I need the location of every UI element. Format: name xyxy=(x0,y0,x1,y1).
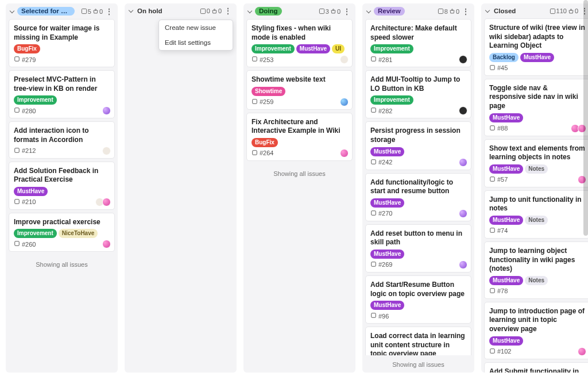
page-scrollbar[interactable] xyxy=(583,0,588,236)
weight-count: 0 xyxy=(449,8,459,15)
menu-edit-list-settings[interactable]: Edit list settings xyxy=(159,35,233,50)
menu-create-issue[interactable]: Create new issue xyxy=(159,20,233,35)
card-labels: MustHave xyxy=(370,250,466,259)
card-title: Styling fixes - when wiki mode is enable… xyxy=(252,24,347,42)
label-ui[interactable]: UI xyxy=(332,44,345,53)
label-musthave[interactable]: MustHave xyxy=(296,44,330,53)
label-bugfix[interactable]: BugFix xyxy=(14,44,40,53)
issue-card[interactable]: Styling fixes - when wiki mode is enable… xyxy=(246,19,353,67)
label-musthave[interactable]: MustHave xyxy=(489,164,523,174)
label-musthave[interactable]: MustHave xyxy=(370,250,404,259)
label-musthave[interactable]: MustHave xyxy=(489,336,523,346)
label-musthave[interactable]: MustHave xyxy=(489,276,523,285)
issue-card[interactable]: Add interaction icon to formats in Accor… xyxy=(9,121,115,158)
label-musthave[interactable]: MustHave xyxy=(370,147,404,156)
issue-card[interactable]: Architecture: Make default speed slowerI… xyxy=(365,19,471,67)
column-menu-button[interactable]: ⋮ xyxy=(224,7,232,15)
card-labels: Improvement xyxy=(370,95,466,105)
column-menu-button[interactable]: ⋮ xyxy=(343,7,351,16)
card-list: Styling fixes - when wiki mode is enable… xyxy=(243,19,355,164)
column-title[interactable]: On hold xyxy=(136,7,163,15)
column-menu-button[interactable]: ⋮ xyxy=(462,7,470,16)
svg-rect-20 xyxy=(372,262,376,267)
avatar[interactable] xyxy=(578,347,586,356)
label-musthave[interactable]: MustHave xyxy=(370,301,404,310)
label-musthave[interactable]: MustHave xyxy=(489,113,523,122)
issue-count: 0 xyxy=(200,7,210,14)
label-notes[interactable]: Notes xyxy=(525,164,548,174)
label-musthave[interactable]: MustHave xyxy=(14,187,48,196)
label-musthave[interactable]: MustHave xyxy=(370,198,404,208)
label-improvement[interactable]: Improvement xyxy=(370,95,413,105)
issue-card[interactable]: Fix Architecture and Interactive Example… xyxy=(246,113,353,161)
label-improvement[interactable]: Improvement xyxy=(14,95,57,105)
issue-card[interactable]: Load correct data in learning unit conte… xyxy=(365,327,471,355)
avatar[interactable] xyxy=(340,98,349,106)
avatar[interactable] xyxy=(459,55,467,64)
column-menu-button[interactable]: ⋮ xyxy=(105,7,113,16)
label-improvement[interactable]: Improvement xyxy=(370,44,413,53)
label-bugfix[interactable]: BugFix xyxy=(252,138,278,147)
chevron-down-icon[interactable] xyxy=(247,9,253,14)
issue-card[interactable]: Structure of wiki (tree view in wiki sid… xyxy=(484,18,588,76)
avatar[interactable] xyxy=(459,260,467,269)
weight-count: 0 xyxy=(568,7,578,14)
issue-card[interactable]: Improve practical exerciseImprovementNic… xyxy=(9,213,115,252)
chevron-down-icon[interactable] xyxy=(128,8,134,14)
issue-card[interactable]: Preselect MVC-Pattern in tree-view in KB… xyxy=(9,70,115,118)
issue-card[interactable]: Add MUI-Tooltip to Jump to LO Button in … xyxy=(365,70,471,118)
avatar[interactable] xyxy=(459,106,467,115)
label-nicetohave[interactable]: NiceToHave xyxy=(59,229,98,238)
avatar[interactable] xyxy=(340,149,349,158)
issue-card[interactable]: Show text and elements from learning obj… xyxy=(484,139,588,187)
svg-rect-3 xyxy=(15,108,20,113)
issue-id: #242 xyxy=(378,159,392,166)
issue-card[interactable]: Add reset button to menu in skill pathMu… xyxy=(365,224,471,273)
label-backlog[interactable]: Backlog xyxy=(489,53,519,62)
issue-card[interactable]: Add functionality/logic to start and res… xyxy=(365,173,471,221)
avatar[interactable] xyxy=(459,209,467,218)
issue-card[interactable]: Source for waiter image is missing in Ex… xyxy=(9,19,115,67)
column-counts: 30 xyxy=(319,8,341,15)
avatar[interactable] xyxy=(102,106,111,115)
assignee-avatars xyxy=(342,149,349,158)
avatar[interactable] xyxy=(102,198,111,206)
column-title[interactable]: Review xyxy=(374,7,405,16)
card-title: Toggle side nav & responsive side nav in… xyxy=(489,84,585,111)
chevron-down-icon[interactable] xyxy=(485,8,490,14)
issue-card[interactable]: Jump to learning object functionality in… xyxy=(484,241,588,299)
label-improvement[interactable]: Improvement xyxy=(14,229,57,238)
label-improvement[interactable]: Improvement xyxy=(252,44,295,53)
column-title[interactable]: Doing xyxy=(255,7,282,16)
avatar[interactable] xyxy=(459,158,467,167)
issue-id: #102 xyxy=(497,348,511,355)
label-musthave[interactable]: MustHave xyxy=(520,53,554,62)
label-notes[interactable]: Notes xyxy=(525,216,548,225)
svg-rect-7 xyxy=(200,9,205,13)
avatar[interactable] xyxy=(340,55,349,64)
avatar[interactable] xyxy=(102,240,111,248)
label-showtime[interactable]: Showtime xyxy=(252,87,285,96)
svg-rect-5 xyxy=(15,199,20,204)
assignee-avatars xyxy=(461,106,467,115)
svg-point-8 xyxy=(214,9,215,10)
chevron-down-icon[interactable] xyxy=(366,9,372,14)
issue-card[interactable]: Jump to unit functionality in notesMustH… xyxy=(484,190,588,239)
card-title: Preselect MVC-Pattern in tree-view in KB… xyxy=(14,75,110,93)
column-title[interactable]: Selected for develo… xyxy=(17,7,75,16)
label-notes[interactable]: Notes xyxy=(525,276,548,285)
issue-card[interactable]: Toggle side nav & responsive side nav in… xyxy=(484,79,588,136)
issue-card[interactable]: Jump to introduction page of learning un… xyxy=(484,302,588,359)
issue-card[interactable]: Add Solution Feedback in Practical Exerc… xyxy=(9,162,115,210)
issue-card[interactable]: Add Start/Resume Button logic on topic o… xyxy=(365,275,471,324)
card-title: Jump to unit functionality in notes xyxy=(489,195,585,213)
issue-card[interactable]: Persist progress in session storageMustH… xyxy=(365,121,471,170)
label-musthave[interactable]: MustHave xyxy=(489,216,523,225)
column-title[interactable]: Closed xyxy=(493,7,517,15)
issue-id: #45 xyxy=(497,64,508,71)
avatar[interactable] xyxy=(102,147,111,155)
board-column: Review80⋮Architecture: Make default spee… xyxy=(362,3,474,373)
chevron-down-icon[interactable] xyxy=(9,9,15,14)
issue-card[interactable]: Showtime website textShowtime#259 xyxy=(246,70,353,110)
issue-card[interactable]: Add Submit functionality in Practical Ex… xyxy=(484,362,588,373)
